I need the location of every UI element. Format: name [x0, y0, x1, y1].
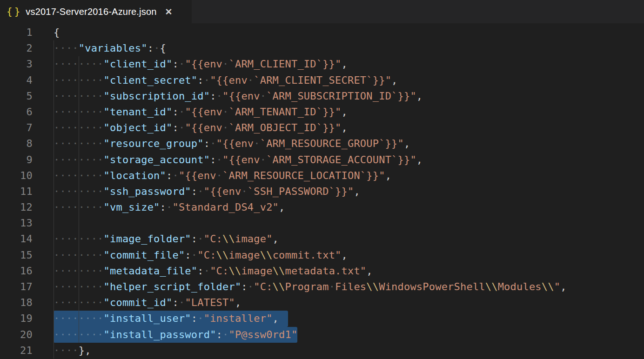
whitespace-dots: · [197, 186, 203, 197]
whitespace-dots: · [216, 154, 222, 166]
code-line[interactable]: 8········"resource_group":·"{{env·`ARM_R… [0, 136, 644, 152]
tab-close-icon[interactable]: ✕ [165, 7, 173, 16]
line-number[interactable]: 7 [0, 120, 33, 136]
whitespace-dots: · [329, 281, 335, 293]
code-line[interactable]: 9········"storage_account":·"{{env·`ARM_… [0, 152, 644, 168]
whitespace-dots: ········ [54, 106, 104, 118]
token-str: `ARM_SUBSCRIPTION_ID`}}" [266, 90, 416, 102]
line-number[interactable]: 11 [0, 184, 33, 199]
line-number[interactable]: 6 [0, 104, 33, 120]
whitespace-dots: · [248, 281, 254, 293]
code-line[interactable]: 16········"metadata_file":·"C:\\image\\m… [0, 263, 644, 279]
code-line[interactable]: 13 [0, 215, 644, 231]
code-text: ········"object_id":·"{{env·`ARM_OBJECT_… [33, 120, 348, 136]
token-key: "tenant_id" [104, 106, 173, 118]
code-line[interactable]: 10········"location":·"{{env·`ARM_RESOUR… [0, 168, 644, 184]
whitespace-dots: · [210, 138, 216, 149]
token-esc: \\ [229, 265, 242, 277]
whitespace-dots: ········ [54, 312, 104, 324]
line-number[interactable]: 1 [0, 25, 33, 40]
token-str: image [241, 265, 272, 277]
token-str: "{{env [222, 154, 260, 166]
whitespace-dots: ········ [54, 186, 104, 197]
code-text: ········"client_id":·"{{env·`ARM_CLIENT_… [33, 56, 348, 72]
token-str: "P@ssw0rd1" [228, 329, 297, 340]
token-str: "{{env [179, 170, 216, 181]
code-text: ········"install_password":·"P@ssw0rd1" [33, 327, 297, 343]
line-number[interactable]: 5 [0, 88, 33, 104]
token-key: "metadata_file" [104, 265, 198, 277]
code-text: ····}, [33, 343, 91, 359]
token-punct: : [191, 186, 197, 197]
token-str: "{{env [204, 186, 242, 197]
line-number[interactable]: 4 [0, 73, 33, 88]
whitespace-dots: ········ [54, 329, 104, 340]
code-line[interactable]: 2····"variables":·{ [0, 40, 644, 56]
code-line[interactable]: 5········"subscription_id":·"{{env·`ARM_… [0, 88, 644, 104]
line-number[interactable]: 19 [0, 311, 33, 326]
token-punct: , [404, 138, 410, 149]
whitespace-dots: · [216, 90, 222, 102]
code-line[interactable]: 21····}, [0, 343, 644, 359]
code-line[interactable]: 20········"install_password":·"P@ssw0rd1… [0, 327, 644, 343]
token-punct: , [385, 170, 391, 181]
token-punct: , [342, 249, 348, 261]
token-key: "subscription_id" [104, 90, 210, 102]
line-number[interactable]: 14 [0, 231, 33, 247]
line-number[interactable]: 20 [0, 327, 33, 343]
token-punct: : [210, 90, 216, 102]
token-esc: \\ [216, 249, 229, 261]
code-line[interactable]: 3········"client_id":·"{{env·`ARM_CLIENT… [0, 56, 644, 72]
token-str: Program [285, 281, 329, 293]
token-punct: : [241, 281, 247, 293]
line-number[interactable]: 17 [0, 279, 33, 295]
code-line[interactable]: 19········"install_user":·"installer", [0, 311, 644, 326]
code-line[interactable]: 4········"client_secret":·"{{env·`ARM_CL… [0, 73, 644, 88]
line-number[interactable]: 15 [0, 247, 33, 263]
line-number[interactable]: 12 [0, 199, 33, 215]
code-line[interactable]: 12········"vm_size":·"Standard_DS4_v2", [0, 199, 644, 215]
code-line[interactable]: 6········"tenant_id":·"{{env·`ARM_TENANT… [0, 104, 644, 120]
token-key: "location" [104, 170, 166, 181]
line-number[interactable]: 8 [0, 136, 33, 152]
token-punct: { [160, 42, 166, 54]
line-number[interactable]: 10 [0, 168, 33, 184]
whitespace-dots: · [260, 90, 266, 102]
code-line[interactable]: 15········"commit_file":·"C:\\image\\com… [0, 247, 644, 263]
token-str: "{{env [185, 106, 222, 118]
code-text: ········"storage_account":·"{{env·`ARM_S… [33, 152, 423, 168]
code-text: ········"helper_script_folder":·"C:\\Pro… [33, 279, 567, 295]
token-str: Files [335, 281, 366, 293]
line-number[interactable]: 2 [0, 40, 33, 56]
code-text: ········"subscription_id":·"{{env·`ARM_S… [33, 88, 423, 104]
token-str: Modules [498, 281, 542, 293]
line-number[interactable]: 18 [0, 295, 33, 311]
token-key: "commit_id" [104, 297, 173, 308]
code-text: ········"image_folder":·"C:\\image", [33, 231, 279, 247]
token-str: " [554, 281, 560, 293]
code-text: ········"vm_size":·"Standard_DS4_v2", [33, 199, 285, 215]
whitespace-dots: · [179, 106, 185, 118]
token-str: `ARM_OBJECT_ID`}}" [229, 122, 342, 133]
editor[interactable]: 1{2····"variables":·{3········"client_id… [0, 23, 644, 359]
token-str: `ARM_RESOURCE_LOCATION`}}" [222, 170, 385, 181]
code-line[interactable]: 18········"commit_id":·"LATEST", [0, 295, 644, 311]
whitespace-dots: · [222, 58, 228, 70]
code-line[interactable]: 17········"helper_script_folder":·"C:\\P… [0, 279, 644, 295]
code-line[interactable]: 14········"image_folder":·"C:\\image", [0, 231, 644, 247]
code-text: ········"location":·"{{env·`ARM_RESOURCE… [33, 168, 391, 184]
whitespace-dots: ········ [54, 122, 104, 133]
editor-tab[interactable]: {} vs2017-Server2016-Azure.json ✕ [0, 0, 192, 23]
line-number[interactable]: 9 [0, 152, 33, 168]
whitespace-dots: · [179, 297, 185, 308]
line-number[interactable]: 13 [0, 215, 33, 231]
code-line[interactable]: 11········"ssh_password":·"{{env·`SSH_PA… [0, 184, 644, 199]
line-number[interactable]: 21 [0, 343, 33, 359]
token-key: "resource_group" [104, 138, 204, 149]
code-line[interactable]: 7········"object_id":·"{{env·`ARM_OBJECT… [0, 120, 644, 136]
line-number[interactable]: 3 [0, 56, 33, 72]
code-line[interactable]: 1{ [0, 25, 644, 40]
token-punct: , [416, 154, 423, 166]
token-punct: : [197, 265, 203, 277]
line-number[interactable]: 16 [0, 263, 33, 279]
